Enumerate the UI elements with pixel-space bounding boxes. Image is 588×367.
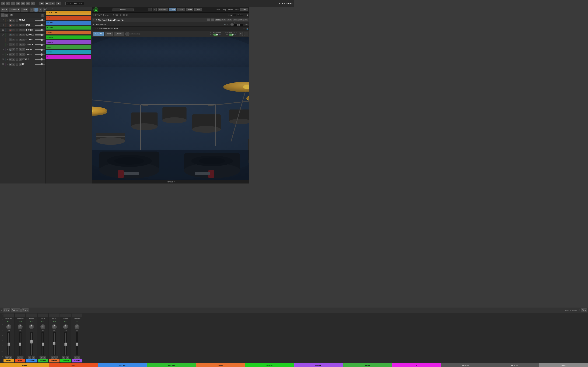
menu-icon[interactable]: ≡	[247, 14, 248, 17]
range-tab-49-64[interactable]: 49-64	[233, 19, 238, 21]
track-fader[interactable]	[35, 39, 45, 40]
track-expand-btn[interactable]: ▶	[6, 19, 9, 22]
track-record-btn[interactable]: R	[19, 58, 22, 61]
range-tab-rel[interactable]: REL	[243, 19, 248, 21]
track-expand-btn[interactable]: ▶	[6, 24, 9, 26]
track-record-btn[interactable]: R	[19, 39, 22, 41]
anti-machinegun-toggle[interactable]	[213, 33, 218, 36]
inst-prev-button[interactable]: ‹	[207, 18, 210, 21]
track-row[interactable]: 32 ▶ 🎹 M S R SYNTHS	[0, 57, 45, 62]
settings-icon[interactable]: ⚙	[21, 1, 25, 5]
track-input-btn[interactable]: I	[22, 39, 25, 41]
info-icon[interactable]: ⓘ	[6, 1, 10, 5]
track-input-btn[interactable]: I	[22, 29, 25, 31]
compare-button[interactable]: Compare	[158, 8, 168, 11]
range-tab-17-32[interactable]: 17-32	[221, 19, 226, 21]
shop-button[interactable]: Shop	[228, 14, 232, 16]
camera-icon[interactable]: 📷	[224, 24, 225, 25]
track-solo-btn[interactable]: S	[16, 34, 18, 36]
info-btn2[interactable]: i	[244, 32, 248, 36]
track-mute-btn[interactable]: M	[12, 24, 15, 26]
sub-prev-btn[interactable]: ‹	[243, 28, 244, 30]
clip[interactable]: AMBIENT	[46, 40, 91, 44]
track-row[interactable]: 38 ▶ 🎹 M S R FX	[0, 62, 45, 67]
track-mute-btn[interactable]: M	[12, 63, 15, 66]
track-fader[interactable]	[35, 34, 45, 35]
rewind-button[interactable]: ⏮	[39, 1, 44, 5]
view-menu[interactable]: View ▾	[21, 8, 28, 12]
track-fader[interactable]	[35, 54, 45, 55]
clip[interactable]: SYNTHS	[46, 50, 91, 54]
track-expand-btn[interactable]: ▶	[6, 53, 9, 56]
undo-button[interactable]: Undo	[186, 8, 193, 11]
track-row[interactable]: 17 ▶ 🎵 M S R I CLEANS	[0, 37, 45, 42]
inst-next-button[interactable]: ›	[211, 18, 214, 21]
fold-icon[interactable]: ⊟	[41, 14, 44, 17]
apple-icon[interactable]: ⌘	[1, 1, 5, 5]
track-mute-btn[interactable]: M	[12, 48, 15, 51]
track-record-btn[interactable]: R	[19, 43, 22, 46]
skip-button[interactable]: ⏭	[50, 1, 55, 5]
tune-knob[interactable]	[231, 23, 234, 26]
power-button[interactable]: ⏻	[94, 7, 98, 12]
list-view-btn[interactable]: ≡	[34, 8, 38, 12]
track-expand-btn[interactable]: ▶	[6, 63, 9, 66]
track-input-btn[interactable]: I	[22, 53, 25, 56]
clip[interactable]: BASS	[46, 16, 91, 20]
track-expand-btn[interactable]: ▶	[6, 39, 9, 41]
track-row[interactable]: 27 ▶ 🎹 M S R I LEADS	[0, 52, 45, 57]
track-row[interactable]: 14 ▶ 🎵 M S R I OCTAVES	[0, 33, 45, 37]
track-mute-btn[interactable]: M	[12, 34, 15, 36]
track-fader[interactable]	[35, 64, 45, 65]
clip[interactable]: RHYTHM	[46, 21, 91, 25]
track-fader[interactable]	[35, 25, 45, 26]
kit-view-button[interactable]: Kit View	[94, 32, 104, 36]
clip[interactable]: CLEANS	[46, 31, 91, 34]
play-button-2[interactable]: ▶	[125, 32, 130, 36]
track-row[interactable]: 21 ▶ 🎵 M S R I CRUNCH	[0, 42, 45, 47]
grid-view-btn[interactable]: ⊞	[30, 8, 34, 12]
track-input-btn[interactable]: I	[22, 24, 25, 26]
track-input-btn[interactable]: I	[22, 48, 25, 51]
track-mute-btn[interactable]: M	[12, 53, 15, 56]
mode-selector[interactable]: Manual	[112, 8, 134, 11]
scissors-icon[interactable]: ✂	[31, 1, 35, 5]
mixer-button[interactable]: Mixer	[105, 32, 113, 36]
record-icon[interactable]: ●	[5, 14, 9, 17]
purge-button[interactable]: Purge	[245, 24, 248, 25]
settings-btn2[interactable]: ⚙	[227, 24, 228, 25]
range-tab-33-48[interactable]: 33-48	[227, 19, 232, 21]
clip[interactable]: LEADS	[46, 45, 91, 49]
nav-forward-button[interactable]: ›	[153, 8, 157, 11]
settings-btn3[interactable]: ⚙	[239, 32, 243, 36]
track-row[interactable]: 1 ▶ 🥁 M S DRUMS	[0, 18, 45, 23]
track-solo-btn[interactable]: S	[16, 58, 18, 61]
track-record-btn[interactable]: R	[19, 24, 22, 26]
track-fader[interactable]	[35, 49, 45, 50]
track-solo-btn[interactable]: S	[16, 39, 18, 41]
track-solo-btn[interactable]: S	[16, 19, 18, 22]
paste-button[interactable]: Paste	[177, 8, 185, 11]
play-button[interactable]: ▶	[56, 1, 61, 5]
window-icon[interactable]: ▣	[16, 1, 20, 5]
sub-save-btn[interactable]: 💾	[246, 28, 248, 30]
clip[interactable]: FX	[46, 55, 91, 59]
functions-menu[interactable]: Functions ▾	[9, 8, 20, 12]
edit-menu[interactable]: Edit ▾	[1, 8, 8, 12]
track-solo-btn[interactable]: S	[16, 43, 18, 46]
help-icon[interactable]: ?	[11, 1, 15, 5]
track-mute-btn[interactable]: M	[12, 43, 15, 46]
solo-mode[interactable]: S	[10, 14, 13, 16]
copy-button[interactable]: Copy	[169, 8, 176, 11]
track-input-btn[interactable]: I	[22, 34, 25, 36]
track-record-btn[interactable]: R	[19, 34, 22, 36]
track-fader[interactable]	[35, 44, 45, 45]
range-tab-ksp[interactable]: KSP	[238, 19, 243, 21]
track-expand-btn[interactable]: ▶	[6, 58, 9, 61]
track-expand-btn[interactable]: ▶	[6, 43, 9, 46]
track-solo-btn[interactable]: S	[16, 48, 18, 51]
editor-button[interactable]: Editor	[240, 8, 248, 11]
track-solo-btn[interactable]: S	[16, 63, 18, 66]
track-record-btn[interactable]: R	[19, 29, 22, 31]
range-tab-01-16[interactable]: 01-16	[216, 19, 221, 21]
